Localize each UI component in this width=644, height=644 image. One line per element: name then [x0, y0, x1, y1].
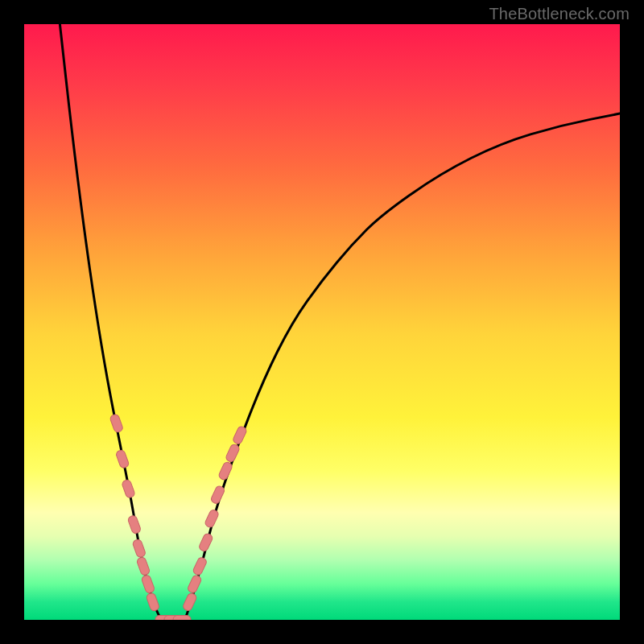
data-marker	[127, 514, 142, 534]
data-marker	[141, 574, 155, 593]
data-marker	[136, 556, 151, 576]
data-marker	[132, 539, 147, 558]
data-marker	[210, 485, 225, 505]
data-marker	[192, 556, 208, 576]
plot-area	[24, 24, 620, 620]
chart-frame: TheBottleneck.com	[0, 0, 644, 644]
data-marker	[155, 616, 173, 621]
data-marker	[204, 509, 219, 529]
data-marker	[109, 414, 124, 433]
data-marker	[115, 449, 130, 469]
data-marker	[164, 616, 182, 621]
data-marker	[232, 425, 247, 445]
data-marker	[217, 461, 233, 481]
chart-svg	[24, 24, 620, 620]
bottleneck-curve	[60, 24, 620, 620]
marker-group	[109, 414, 248, 620]
data-marker	[146, 592, 160, 612]
data-marker	[198, 533, 213, 553]
data-marker	[187, 574, 202, 594]
data-marker	[225, 444, 240, 464]
data-marker	[173, 616, 191, 621]
watermark-text: TheBottleneck.com	[489, 5, 630, 23]
curve-group	[60, 24, 620, 620]
data-marker	[122, 479, 136, 498]
data-marker	[182, 592, 197, 613]
